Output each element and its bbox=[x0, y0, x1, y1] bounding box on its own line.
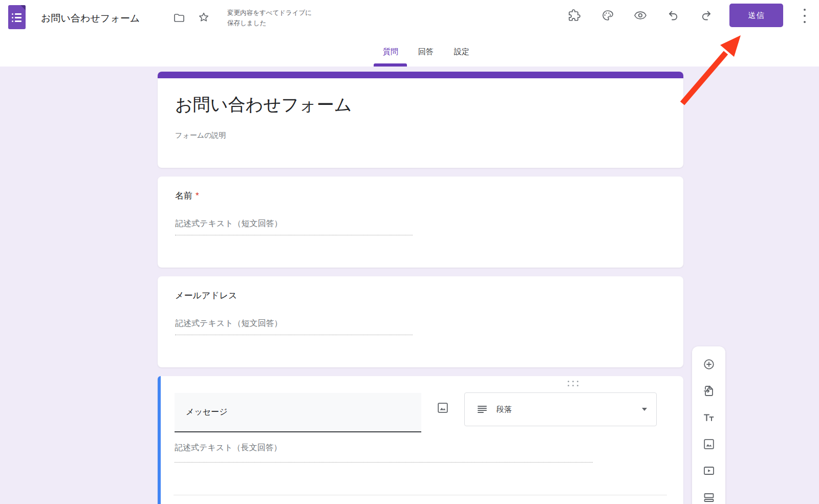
add-video-icon[interactable] bbox=[703, 465, 715, 477]
import-questions-icon[interactable] bbox=[703, 385, 715, 397]
preview-eye-icon[interactable] bbox=[634, 9, 646, 21]
add-question-icon[interactable] bbox=[703, 358, 715, 370]
logo-line bbox=[12, 17, 21, 18]
logo-fold bbox=[20, 5, 26, 10]
insert-toolbar bbox=[692, 346, 725, 504]
tab-questions[interactable]: 質問 bbox=[383, 47, 398, 57]
selected-card-indicator bbox=[158, 376, 161, 504]
answer-placeholder: 記述式テキスト（長文回答） bbox=[175, 443, 282, 453]
question-title-input[interactable]: メッセージ bbox=[175, 393, 421, 432]
more-options-kebab-icon[interactable] bbox=[802, 9, 808, 23]
question-card-name[interactable]: 名前* 記述式テキスト（短文回答） bbox=[158, 177, 683, 268]
add-image-icon[interactable] bbox=[703, 438, 715, 450]
google-forms-logo-icon[interactable] bbox=[8, 5, 26, 29]
add-section-icon[interactable] bbox=[703, 491, 715, 503]
add-image-icon[interactable] bbox=[437, 402, 449, 414]
question-card-email[interactable]: メールアドレス 記述式テキスト（短文回答） bbox=[158, 276, 683, 367]
answer-underline bbox=[175, 235, 413, 235]
answer-placeholder: 記述式テキスト（短文回答） bbox=[175, 318, 283, 329]
star-icon[interactable] bbox=[198, 11, 210, 24]
chevron-down-icon bbox=[642, 408, 647, 411]
theme-palette-icon[interactable] bbox=[601, 9, 614, 21]
card-accent-bar bbox=[158, 72, 683, 78]
addons-puzzle-icon[interactable] bbox=[568, 9, 580, 21]
answer-underline bbox=[175, 335, 413, 335]
form-title-card[interactable]: お問い合わせフォーム フォームの説明 bbox=[158, 72, 683, 168]
paragraph-icon bbox=[476, 403, 488, 415]
tab-settings[interactable]: 設定 bbox=[454, 47, 469, 57]
required-asterisk: * bbox=[196, 191, 199, 201]
move-to-folder-icon[interactable] bbox=[173, 12, 185, 24]
undo-icon[interactable] bbox=[667, 9, 679, 21]
logo-line bbox=[12, 13, 21, 15]
form-description-placeholder[interactable]: フォームの説明 bbox=[175, 131, 226, 140]
answer-placeholder: 記述式テキスト（短文回答） bbox=[175, 218, 283, 229]
add-title-text-icon[interactable] bbox=[703, 411, 715, 424]
question-label: メールアドレス bbox=[175, 290, 237, 301]
question-label: 名前* bbox=[175, 190, 199, 202]
question-type-label: 段落 bbox=[497, 405, 512, 414]
send-button[interactable]: 送信 bbox=[729, 4, 783, 27]
save-status-text: 変更内容をすべてドライブに 保存しました bbox=[227, 8, 312, 28]
card-footer-divider bbox=[174, 495, 667, 495]
active-tab-indicator bbox=[374, 63, 407, 67]
app-header: お問い合わせフォーム 変更内容をすべてドライブに 保存しました 送信 bbox=[0, 0, 819, 67]
form-title-text[interactable]: お問い合わせフォーム bbox=[175, 93, 352, 117]
question-card-message-selected[interactable]: メッセージ 段落 記述式テキスト（長文回答） bbox=[158, 376, 683, 504]
redo-icon[interactable] bbox=[700, 9, 713, 21]
question-type-dropdown[interactable]: 段落 bbox=[464, 392, 657, 426]
google-forms-editor: お問い合わせフォーム 変更内容をすべてドライブに 保存しました 送信 bbox=[0, 0, 819, 504]
drag-handle[interactable] bbox=[568, 381, 578, 386]
document-title[interactable]: お問い合わせフォーム bbox=[41, 12, 140, 25]
tab-responses[interactable]: 回答 bbox=[418, 47, 434, 57]
logo-line bbox=[12, 20, 21, 22]
answer-underline bbox=[175, 462, 593, 463]
